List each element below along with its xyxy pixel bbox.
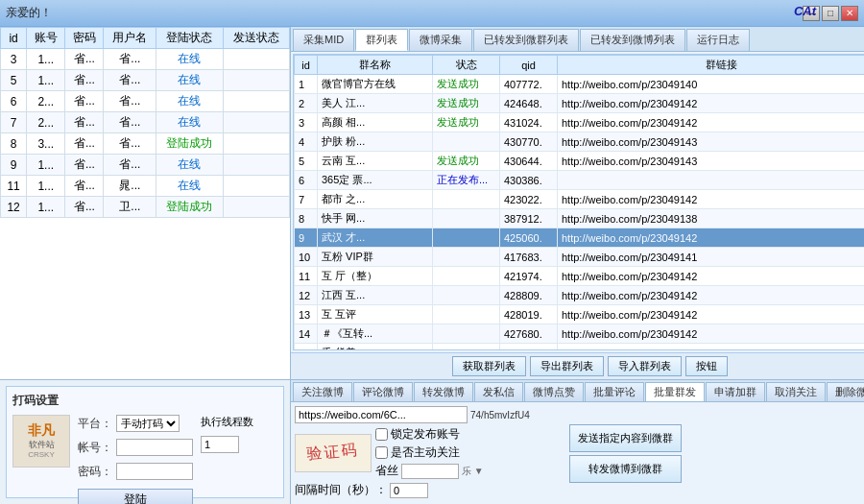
dama-account-input[interactable] [116,439,193,456]
pin-account-label: 锁定发布账号 [391,426,460,443]
tab-delete-weibo[interactable]: 删除微博 [827,382,864,401]
extra-btn[interactable]: 按钮 [685,356,728,376]
table-row[interactable]: 83...省...省...登陆成功 [1,133,290,155]
import-group-list-btn[interactable]: 导入群列表 [608,356,682,376]
tab-comment-weibo[interactable]: 评论微博 [353,382,413,401]
tab-follow-weibo[interactable]: 关注微博 [293,382,352,401]
tab-batch-send[interactable]: 批量群发 [645,382,705,401]
thread-count-input[interactable] [201,436,239,453]
group-col-link: 群链接 [558,56,865,75]
login-button[interactable]: 登陆 [78,489,193,504]
group-col-status: 状态 [433,56,500,75]
close-button[interactable]: ✕ [841,6,858,21]
auto-follow-checkbox[interactable] [375,446,388,459]
right-content: id 群名称 状态 qid 群链接 1微官博官方在线发送成功407772.htt… [291,52,864,379]
table-row[interactable]: 4护肤 粉...430770.http://weibo.com/p/230491… [295,132,865,152]
group-col-id: id [295,56,318,75]
col-account: 账号 [27,28,65,49]
tab-forwarded-weibo[interactable]: 已转发到微博列表 [580,29,685,51]
table-row[interactable]: 1微官博官方在线发送成功407772.http://weibo.com/p/23… [295,75,865,94]
tab-like-weibo[interactable]: 微博点赞 [524,382,584,401]
table-row[interactable]: 10互粉 VIP群417683.http://weibo.com/p/23049… [295,248,865,267]
tab-group-list[interactable]: 群列表 [355,29,408,51]
table-row[interactable]: 31...省...省...在线 [1,49,290,70]
table-row[interactable]: 72...省...省...在线 [1,112,290,133]
table-row[interactable]: 11互 厅（整）421974.http://weibo.com/p/230491… [295,267,865,286]
forward-to-weibo-btn[interactable]: 转发微博到微群 [569,455,682,483]
col-send: 发送状态 [223,28,289,49]
tab-collect-mid[interactable]: 采集MID [293,29,354,51]
tab-batch-comment[interactable]: 批量评论 [585,382,644,401]
progress-text: 74/h5mvIzfU4 [470,410,530,420]
accounts-table-container[interactable]: id 账号 密码 用户名 登陆状态 发送状态 31...省...省...在线51… [0,27,290,379]
delay-input[interactable] [390,483,428,498]
url-input[interactable] [295,406,468,423]
get-group-list-btn[interactable]: 获取群列表 [452,356,526,376]
dama-box: 打码设置 非凡 软件站 CRSKY [6,386,284,498]
table-row[interactable]: 8快手 网...387912.http://weibo.com/p/230491… [295,209,865,228]
col-username: 用户名 [104,28,156,49]
table-row[interactable]: 15千 货美...409037.http://weibo.com/p/23049… [295,344,865,351]
group-table-container[interactable]: id 群名称 状态 qid 群链接 1微官博官方在线发送成功407772.htt… [293,54,864,350]
tab-send-private[interactable]: 发私信 [474,382,523,401]
send-to-group-btn[interactable]: 发送指定内容到微群 [569,424,682,452]
window-title: 亲爱的！ [6,5,803,21]
group-actions: 获取群列表 导出群列表 导入群列表 按钮 [291,352,864,379]
left-panel: id 账号 密码 用户名 登陆状态 发送状态 31...省...省...在线51… [0,27,291,504]
table-row[interactable]: 7都市 之...423022.http://weibo.com/p/230491… [295,190,865,209]
right-panel: 采集MID 群列表 微博采集 已转发到微群列表 已转发到微博列表 运行日志 id… [291,27,864,504]
bottom-content: 74/h5mvIzfU4 验证码 锁定发布账号 [291,402,864,504]
accounts-table-area: id 账号 密码 用户名 登陆状态 发送状态 31...省...省...在线51… [0,27,290,379]
bottom-left-content: 74/h5mvIzfU4 验证码 锁定发布账号 [295,406,564,500]
table-row[interactable]: 111...省...晁...在线 [1,176,290,197]
table-row[interactable]: 13互 互评428019.http://weibo.com/p/23049142 [295,305,865,324]
title-bar: 亲爱的！ CAt — □ ✕ [0,0,864,27]
pin-account-checkbox[interactable] [375,428,388,441]
accounts-table: id 账号 密码 用户名 登陆状态 发送状态 31...省...省...在线51… [0,27,290,218]
platform-row: 平台： 手动打码 [78,415,193,432]
pin-account-row: 锁定发布账号 [375,426,484,443]
province-row: 省丝 乐 ▼ [375,463,484,479]
maximize-button[interactable]: □ [822,6,839,21]
thread-count-row: 执行线程数 [201,415,277,429]
group-col-qid: qid [500,56,558,75]
bottom-area: 关注微博 评论微博 转发微博 发私信 微博点赞 批量评论 批量群发 申请加群 取… [291,379,864,504]
cat-label: CAt [794,4,816,18]
group-table-area: id 群名称 状态 qid 群链接 1微官博官方在线发送成功407772.htt… [291,52,864,379]
platform-select[interactable]: 手动打码 [116,415,180,432]
password-label: 密码： [78,464,112,480]
table-row[interactable]: 14＃《互转...427680.http://weibo.com/p/23049… [295,324,865,344]
table-row[interactable]: 2美人 江...发送成功424648.http://weibo.com/p/23… [295,94,865,113]
col-login: 登陆状态 [156,28,223,49]
table-row[interactable]: 9武汉 才...425060.http://weibo.com/p/230491… [295,228,865,248]
main-container: id 账号 密码 用户名 登陆状态 发送状态 31...省...省...在线51… [0,27,864,504]
group-col-name: 群名称 [318,56,433,75]
table-row[interactable]: 5云南 互...发送成功430644.http://weibo.com/p/23… [295,152,865,171]
table-row[interactable]: 62...省...省...在线 [1,91,290,112]
table-row[interactable]: 91...省...省...在线 [1,155,290,176]
table-row[interactable]: 51...省...省...在线 [1,70,290,91]
table-row[interactable]: 12江西 互...428809.http://weibo.com/p/23049… [295,286,865,305]
delay-label: 间隔时间（秒）： [295,482,387,498]
tab-unfollow[interactable]: 取消关注 [766,382,826,401]
table-row[interactable]: 121...省...卫...登陆成功 [1,197,290,218]
tab-run-log[interactable]: 运行日志 [686,29,750,51]
captcha-image: 验证码 [295,434,372,472]
bottom-right-col: 发送指定内容到微群 转发微博到微群 [569,406,682,500]
province-input[interactable] [401,464,459,479]
tab-forwarded-group[interactable]: 已转发到微群列表 [473,29,579,51]
export-group-list-btn[interactable]: 导出群列表 [530,356,604,376]
auto-follow-label: 是否主动关注 [391,444,460,461]
tab-join-group[interactable]: 申请加群 [706,382,765,401]
dama-password-input[interactable] [116,463,193,480]
table-row[interactable]: 6365定 票...正在发布...430386. [295,171,865,190]
tab-forward-weibo[interactable]: 转发微博 [414,382,473,401]
col-password: 密码 [65,28,104,49]
table-row[interactable]: 3高颜 相...发送成功431024.http://weibo.com/p/23… [295,113,865,132]
image-row: 验证码 锁定发布账号 是否主动关注 [295,426,564,479]
tab-weibo-collect[interactable]: 微博采集 [409,29,472,51]
extra-text: 乐 ▼ [462,465,484,478]
dama-title: 打码设置 [12,393,277,409]
province-label: 省丝 [375,463,398,479]
logo-image: 非凡 软件站 CRSKY [12,415,70,468]
